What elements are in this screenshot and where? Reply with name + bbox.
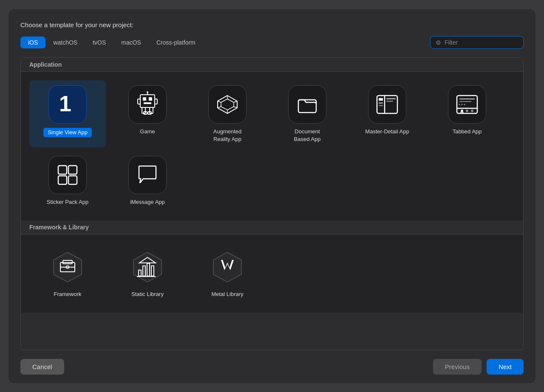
svg-rect-28 xyxy=(386,101,393,102)
svg-text:1: 1 xyxy=(59,92,71,116)
svg-point-36 xyxy=(471,110,473,112)
static-library-icon xyxy=(128,248,167,286)
svg-rect-42 xyxy=(58,176,67,184)
tab-bar: iOS watchOS tvOS macOS Cross-platform xyxy=(20,37,203,48)
ar-app-label: AugmentedReality App xyxy=(213,128,242,143)
svg-marker-56 xyxy=(213,252,241,282)
svg-marker-14 xyxy=(221,99,234,110)
svg-point-38 xyxy=(462,104,463,105)
sticker-pack-app-label: Sticker Pack App xyxy=(47,198,88,206)
svg-rect-43 xyxy=(68,176,77,184)
application-section: Application 1 Single View App xyxy=(21,58,523,221)
previous-button[interactable]: Previous xyxy=(433,359,482,375)
template-framework[interactable]: Framework xyxy=(29,243,106,302)
tab-crossplatform[interactable]: Cross-platform xyxy=(149,37,203,48)
static-library-label: Static Library xyxy=(131,290,164,298)
svg-rect-6 xyxy=(155,99,157,104)
svg-rect-2 xyxy=(143,97,146,101)
template-game[interactable]: Game xyxy=(109,80,186,147)
imessage-app-label: iMessage App xyxy=(130,198,165,206)
svg-point-35 xyxy=(466,110,468,112)
template-sticker-pack-app[interactable]: Sticker Pack App xyxy=(29,151,106,210)
svg-point-37 xyxy=(459,104,460,105)
application-section-header: Application xyxy=(21,58,523,72)
filter-icon: ⊜ xyxy=(436,39,441,46)
svg-rect-40 xyxy=(58,166,67,174)
svg-rect-34 xyxy=(460,112,464,113)
svg-point-33 xyxy=(461,110,463,112)
single-view-app-label: Single View App xyxy=(43,128,92,137)
tab-macos[interactable]: macOS xyxy=(113,37,149,48)
svg-rect-24 xyxy=(379,98,383,101)
svg-point-12 xyxy=(147,91,148,93)
ar-app-icon xyxy=(208,85,246,124)
template-metal-library[interactable]: Metal Library xyxy=(189,243,266,302)
sticker-pack-app-icon xyxy=(48,156,87,194)
svg-line-17 xyxy=(234,107,237,108)
svg-line-19 xyxy=(218,107,221,108)
imessage-app-icon xyxy=(128,156,167,194)
template-tabbed-app[interactable]: Tabbed App xyxy=(429,80,505,147)
metal-library-icon xyxy=(208,248,246,286)
svg-line-16 xyxy=(234,101,237,102)
tabbed-app-icon xyxy=(448,85,486,124)
framework-library-section: Framework & Library Framew xyxy=(21,220,523,313)
svg-rect-27 xyxy=(386,98,396,99)
metal-library-label: Metal Library xyxy=(211,290,243,298)
svg-rect-1 xyxy=(140,95,155,107)
framework-library-grid: Framework xyxy=(21,234,523,313)
dialog: Choose a template for your new project: … xyxy=(8,9,536,383)
next-button[interactable]: Next xyxy=(487,359,524,375)
template-imessage-app[interactable]: iMessage App xyxy=(109,151,186,210)
svg-rect-4 xyxy=(144,102,151,104)
tab-watchos[interactable]: watchOS xyxy=(45,37,85,48)
svg-line-20 xyxy=(218,101,221,102)
template-static-library[interactable]: Static Library xyxy=(109,243,186,302)
content-area: Application 1 Single View App xyxy=(20,57,524,350)
svg-rect-25 xyxy=(379,102,383,104)
game-label: Game xyxy=(140,128,155,135)
filter-input[interactable] xyxy=(445,39,518,46)
single-view-app-icon: 1 xyxy=(48,85,87,124)
application-grid: 1 Single View App xyxy=(21,72,523,221)
document-based-app-icon xyxy=(288,85,326,124)
framework-label: Framework xyxy=(54,290,81,298)
tab-tvos[interactable]: tvOS xyxy=(85,37,113,48)
document-based-app-label: DocumentBased App xyxy=(294,128,321,143)
framework-library-header: Framework & Library xyxy=(21,220,523,234)
svg-rect-26 xyxy=(379,105,383,106)
cancel-button[interactable]: Cancel xyxy=(20,359,64,375)
tab-ios[interactable]: iOS xyxy=(20,37,45,48)
btn-group-right: Previous Next xyxy=(433,359,524,375)
svg-rect-21 xyxy=(298,100,316,113)
template-master-detail-app[interactable]: Master-Detail App xyxy=(349,80,425,147)
dialog-title: Choose a template for your new project: xyxy=(20,21,524,28)
filter-box: ⊜ xyxy=(430,36,524,49)
svg-rect-5 xyxy=(138,99,140,104)
svg-point-39 xyxy=(464,104,465,105)
svg-rect-41 xyxy=(68,166,77,174)
framework-icon xyxy=(48,248,87,286)
tabbed-app-label: Tabbed App xyxy=(453,128,482,135)
master-detail-app-icon xyxy=(368,85,406,124)
template-document-based-app[interactable]: DocumentBased App xyxy=(269,80,346,147)
master-detail-app-label: Master-Detail App xyxy=(365,128,409,135)
bottom-bar: Cancel Previous Next xyxy=(20,359,524,375)
svg-rect-3 xyxy=(149,97,152,101)
template-single-view-app[interactable]: 1 Single View App xyxy=(29,80,106,147)
game-icon xyxy=(128,85,167,124)
template-ar-app[interactable]: AugmentedReality App xyxy=(189,80,266,147)
